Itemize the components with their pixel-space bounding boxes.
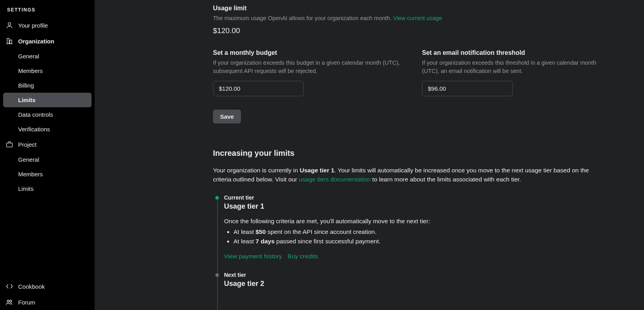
- tier-dot-next-icon: [215, 273, 219, 277]
- sidebar-item-project-limits[interactable]: Limits: [0, 181, 95, 196]
- sidebar-item-verifications[interactable]: Verifications: [0, 122, 95, 136]
- sidebar-label: Verifications: [18, 126, 50, 133]
- view-current-usage-link[interactable]: View current usage: [393, 15, 442, 21]
- sidebar-label: General: [18, 53, 39, 60]
- email-threshold-title: Set an email notification threshold: [422, 49, 611, 56]
- tier-dot-current-icon: [215, 196, 219, 200]
- criteria-item: At least 7 days passed since first succe…: [233, 237, 628, 247]
- current-tier-block: Current tier Usage tier 1 Once the follo…: [224, 194, 628, 272]
- sidebar-item-organization[interactable]: Organization: [0, 33, 95, 49]
- tier-links: View payment history Buy credits: [224, 253, 628, 260]
- svg-rect-1: [7, 38, 9, 43]
- usage-limit-section: Usage limit The maximum usage OpenAI all…: [213, 5, 628, 35]
- monthly-budget-input[interactable]: [213, 81, 304, 96]
- sidebar-label: Organization: [18, 38, 54, 45]
- sidebar-label: Data controls: [18, 111, 53, 118]
- sidebar: SETTINGS Your profile Organization Gener…: [0, 0, 95, 310]
- current-tier-inline: Usage tier 1: [300, 167, 334, 174]
- current-tier-name: Usage tier 1: [224, 202, 628, 211]
- monthly-budget-section: Set a monthly budget If your organizatio…: [213, 49, 402, 96]
- usage-tiers-documentation-link[interactable]: usage tiers documentation: [299, 176, 371, 183]
- sidebar-label: Project: [18, 141, 37, 148]
- criteria-item: At least $50 spent on the API since acco…: [233, 227, 628, 237]
- sidebar-item-your-profile[interactable]: Your profile: [0, 17, 95, 33]
- tier-timeline: Current tier Usage tier 1 Once the follo…: [213, 194, 628, 307]
- sidebar-label: Limits: [18, 185, 34, 192]
- next-tier-name: Usage tier 2: [224, 280, 628, 288]
- sidebar-item-billing[interactable]: Billing: [0, 78, 95, 93]
- usage-limit-desc: The maximum usage OpenAI allows for your…: [213, 14, 628, 22]
- svg-rect-2: [10, 40, 12, 44]
- sidebar-header: SETTINGS: [0, 6, 95, 17]
- criteria-list: At least $50 spent on the API since acco…: [224, 227, 628, 247]
- sidebar-item-forum[interactable]: Forum: [0, 294, 95, 310]
- usage-limit-title: Usage limit: [213, 5, 628, 12]
- sidebar-label: Members: [18, 67, 43, 74]
- save-button[interactable]: Save: [213, 110, 241, 123]
- email-threshold-desc: If your organization exceeds this thresh…: [422, 59, 611, 75]
- email-threshold-input[interactable]: [422, 81, 513, 96]
- briefcase-icon: [6, 140, 13, 148]
- svg-rect-3: [7, 143, 13, 147]
- sidebar-item-project-members[interactable]: Members: [0, 167, 95, 181]
- code-icon: [6, 282, 13, 290]
- sidebar-label: Forum: [18, 299, 35, 306]
- sidebar-item-project-general[interactable]: General: [0, 152, 95, 167]
- svg-point-0: [8, 22, 11, 25]
- sidebar-label: Billing: [18, 82, 34, 89]
- sidebar-item-general[interactable]: General: [0, 49, 95, 63]
- monthly-budget-title: Set a monthly budget: [213, 49, 402, 56]
- sidebar-label: Members: [18, 171, 43, 177]
- buy-credits-link[interactable]: Buy credits: [287, 253, 318, 260]
- sidebar-item-data-controls[interactable]: Data controls: [0, 107, 95, 122]
- next-tier-label: Next tier: [224, 272, 628, 278]
- monthly-budget-desc: If your organization exceeds this budget…: [213, 59, 402, 75]
- people-icon: [6, 298, 13, 306]
- sidebar-label: Cookbook: [18, 283, 45, 290]
- main-content: Usage limit The maximum usage OpenAI all…: [95, 0, 644, 310]
- sidebar-item-members[interactable]: Members: [0, 63, 95, 78]
- increasing-limits-paragraph: Your organization is currently in Usage …: [213, 166, 607, 184]
- next-tier-block: Next tier Usage tier 2: [224, 272, 628, 307]
- increasing-limits-heading: Increasing your limits: [213, 149, 628, 158]
- sidebar-label: Limits: [18, 97, 35, 103]
- timeline-line: [217, 198, 218, 310]
- sidebar-label: Your profile: [18, 22, 48, 29]
- sidebar-label: General: [18, 156, 39, 163]
- view-payment-history-link[interactable]: View payment history: [224, 253, 282, 260]
- user-icon: [6, 21, 13, 29]
- svg-point-5: [10, 300, 12, 302]
- sidebar-item-project[interactable]: Project: [0, 136, 95, 152]
- usage-limit-value: $120.00: [213, 26, 628, 35]
- current-tier-label: Current tier: [224, 194, 628, 201]
- sidebar-item-limits[interactable]: Limits: [3, 93, 91, 107]
- sidebar-item-cookbook[interactable]: Cookbook: [0, 278, 95, 294]
- email-threshold-section: Set an email notification threshold If y…: [422, 49, 611, 96]
- svg-point-4: [7, 300, 9, 302]
- criteria-intro: Once the following criteria are met, you…: [224, 218, 628, 225]
- building-icon: [6, 37, 13, 45]
